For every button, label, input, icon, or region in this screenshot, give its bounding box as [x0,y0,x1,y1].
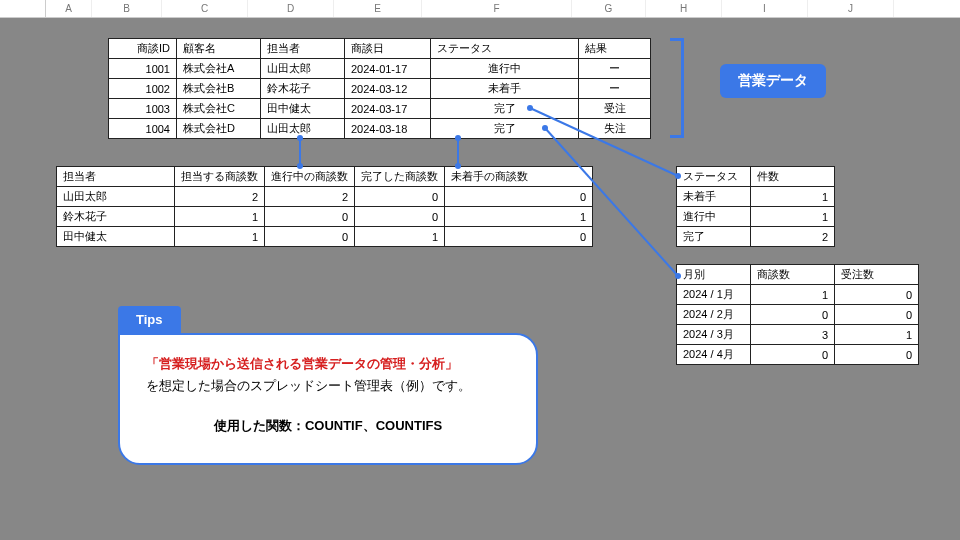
cell[interactable]: 2 [175,187,265,207]
col-header: 月別 [677,265,751,285]
table-row[interactable]: 完了 2 [677,227,835,247]
bystatus-table[interactable]: ステータス 件数 未着手 1 進行中 1 完了 2 [676,166,835,247]
cell[interactable]: 1003 [109,99,177,119]
cell[interactable]: 1 [751,187,835,207]
cell[interactable]: 0 [835,305,919,325]
cell[interactable]: 株式会社B [177,79,261,99]
cell[interactable]: 山田太郎 [261,119,345,139]
cell[interactable]: 完了 [431,119,579,139]
table-row[interactable]: 1002 株式会社B 鈴木花子 2024-03-12 未着手 ー [109,79,651,99]
cell[interactable]: 0 [835,345,919,365]
cell[interactable]: 進行中 [677,207,751,227]
bymonth-table-wrap: 月別 商談数 受注数 2024 / 1月 1 0 2024 / 2月 0 0 2… [676,264,919,365]
cell[interactable]: 0 [445,227,593,247]
cell[interactable]: 進行中 [431,59,579,79]
cell[interactable]: 2024-01-17 [345,59,431,79]
cell[interactable]: 2024-03-17 [345,99,431,119]
cell[interactable]: 田中健太 [261,99,345,119]
col-letter: B [92,0,162,17]
col-header: 受注数 [835,265,919,285]
table-row[interactable]: 2024 / 2月 0 0 [677,305,919,325]
cell[interactable]: 未着手 [677,187,751,207]
col-letter: J [808,0,894,17]
cell[interactable]: 2024 / 2月 [677,305,751,325]
col-letter: D [248,0,334,17]
cell[interactable]: 1001 [109,59,177,79]
col-letter: G [572,0,646,17]
bymonth-table[interactable]: 月別 商談数 受注数 2024 / 1月 1 0 2024 / 2月 0 0 2… [676,264,919,365]
table-row[interactable]: 2024 / 3月 3 1 [677,325,919,345]
cell[interactable]: 1 [445,207,593,227]
tips-tab: Tips [118,306,181,333]
cell[interactable]: 未着手 [431,79,579,99]
cell[interactable]: 3 [751,325,835,345]
table-row[interactable]: 鈴木花子 1 0 0 1 [57,207,593,227]
cell[interactable]: 0 [355,187,445,207]
cell[interactable]: 0 [751,305,835,325]
cell[interactable]: 0 [355,207,445,227]
cell[interactable]: 0 [835,285,919,305]
col-header: ステータス [677,167,751,187]
cell[interactable]: 2024-03-18 [345,119,431,139]
cell[interactable]: 1 [175,207,265,227]
bystatus-table-wrap: ステータス 件数 未着手 1 進行中 1 完了 2 [676,166,835,247]
corner-cell [0,0,46,17]
sales-table[interactable]: 商談ID 顧客名 担当者 商談日 ステータス 結果 1001 株式会社A 山田太… [108,38,651,139]
cell[interactable]: 完了 [677,227,751,247]
col-header: 結果 [579,39,651,59]
cell[interactable]: 鈴木花子 [57,207,175,227]
cell[interactable]: 2 [751,227,835,247]
cell[interactable]: 山田太郎 [57,187,175,207]
cell[interactable]: 0 [265,207,355,227]
cell[interactable]: 株式会社D [177,119,261,139]
tips-line-2: を想定した場合のスプレッドシート管理表（例）です。 [146,377,510,395]
col-header: 担当者 [261,39,345,59]
cell[interactable]: 0 [265,227,355,247]
col-header: 商談数 [751,265,835,285]
cell[interactable]: 1 [835,325,919,345]
table-row[interactable]: 1004 株式会社D 山田太郎 2024-03-18 完了 失注 [109,119,651,139]
cell[interactable]: 1 [751,207,835,227]
cell[interactable]: 1 [355,227,445,247]
table-row[interactable]: 未着手 1 [677,187,835,207]
col-header: 担当者 [57,167,175,187]
cell[interactable]: 田中健太 [57,227,175,247]
table-row[interactable]: 田中健太 1 0 1 0 [57,227,593,247]
cell[interactable]: 失注 [579,119,651,139]
cell[interactable]: ー [579,79,651,99]
cell[interactable]: 1002 [109,79,177,99]
table-row[interactable]: 進行中 1 [677,207,835,227]
col-header: 件数 [751,167,835,187]
cell[interactable]: 受注 [579,99,651,119]
bracket-icon [670,38,684,138]
cell[interactable]: 0 [445,187,593,207]
col-header: 顧客名 [177,39,261,59]
cell[interactable]: 株式会社A [177,59,261,79]
cell[interactable]: 2024 / 3月 [677,325,751,345]
cell[interactable]: 株式会社C [177,99,261,119]
table-row[interactable]: 2024 / 1月 1 0 [677,285,919,305]
byrep-table[interactable]: 担当者 担当する商談数 進行中の商談数 完了した商談数 未着手の商談数 山田太郎… [56,166,593,247]
table-row[interactable]: 2024 / 4月 0 0 [677,345,919,365]
cell[interactable]: 完了 [431,99,579,119]
col-header: ステータス [431,39,579,59]
table-row[interactable]: 1003 株式会社C 田中健太 2024-03-17 完了 受注 [109,99,651,119]
col-letter: H [646,0,722,17]
table-row[interactable]: 1001 株式会社A 山田太郎 2024-01-17 進行中 ー [109,59,651,79]
sheet-area: 商談ID 顧客名 担当者 商談日 ステータス 結果 1001 株式会社A 山田太… [0,18,960,540]
cell[interactable]: 鈴木花子 [261,79,345,99]
table-header-row: 商談ID 顧客名 担当者 商談日 ステータス 結果 [109,39,651,59]
table-row[interactable]: 山田太郎 2 2 0 0 [57,187,593,207]
cell[interactable]: 1 [751,285,835,305]
cell[interactable]: 2024 / 4月 [677,345,751,365]
cell[interactable]: 2 [265,187,355,207]
cell[interactable]: ー [579,59,651,79]
cell[interactable]: 2024 / 1月 [677,285,751,305]
col-header: 商談日 [345,39,431,59]
cell[interactable]: 1004 [109,119,177,139]
cell[interactable]: 1 [175,227,265,247]
col-letter: E [334,0,422,17]
cell[interactable]: 2024-03-12 [345,79,431,99]
cell[interactable]: 山田太郎 [261,59,345,79]
cell[interactable]: 0 [751,345,835,365]
